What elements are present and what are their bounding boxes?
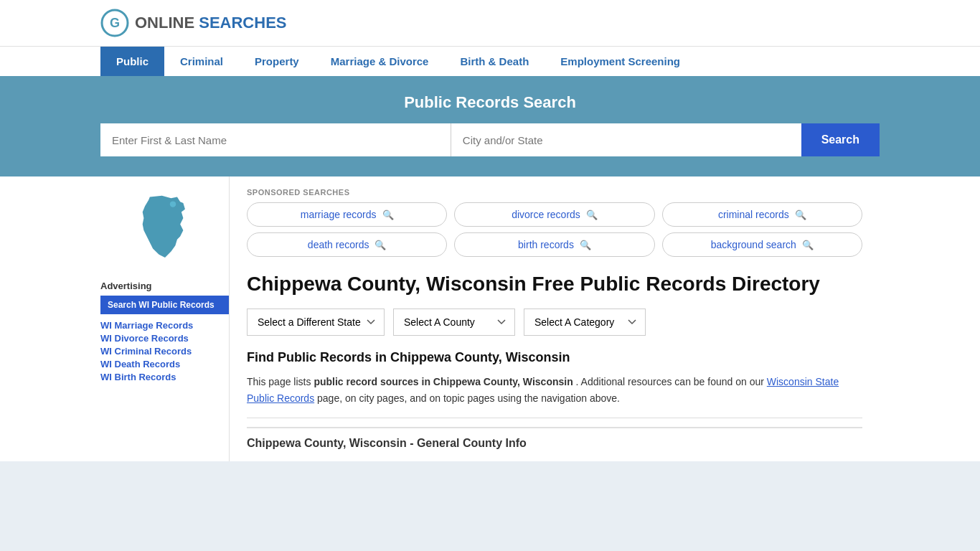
find-text-3: page, on city pages, and on topic pages … xyxy=(317,392,620,404)
search-tag-birth[interactable]: birth records 🔍 xyxy=(454,232,654,257)
state-map xyxy=(100,191,229,272)
search-tags-row-2: death records 🔍 birth records 🔍 backgrou… xyxy=(247,232,862,257)
search-icon-1: 🔍 xyxy=(382,209,394,220)
header: G ONLINE SEARCHES xyxy=(0,0,980,46)
sidebar-link-death[interactable]: WI Death Records xyxy=(100,359,229,369)
search-tag-divorce-label: divorce records xyxy=(512,209,580,220)
search-button[interactable]: Search xyxy=(801,123,880,156)
find-records-title: Find Public Records in Chippewa County, … xyxy=(247,350,862,365)
search-tag-background[interactable]: background search 🔍 xyxy=(662,232,862,257)
search-tags-row-1: marriage records 🔍 divorce records 🔍 cri… xyxy=(247,202,862,227)
search-icon-5: 🔍 xyxy=(580,240,591,250)
advertising-section: Advertising Search WI Public Records WI … xyxy=(100,281,229,382)
section-divider xyxy=(247,418,862,418)
location-search-input[interactable] xyxy=(451,123,801,156)
find-text-1: This page lists xyxy=(247,376,314,387)
sponsored-searches: SPONSORED SEARCHES marriage records 🔍 di… xyxy=(247,188,862,257)
main-content: Advertising Search WI Public Records WI … xyxy=(0,176,980,461)
sidebar: Advertising Search WI Public Records WI … xyxy=(100,176,230,461)
nav-item-employment[interactable]: Employment Screening xyxy=(545,47,696,76)
nav-item-property[interactable]: Property xyxy=(239,47,315,76)
nav-item-birth-death[interactable]: Birth & Death xyxy=(444,47,545,76)
search-tag-criminal-label: criminal records xyxy=(718,209,789,220)
main-nav: Public Criminal Property Marriage & Divo… xyxy=(0,46,980,76)
county-dropdown[interactable]: Select A County xyxy=(393,309,515,336)
find-records-text: This page lists public record sources in… xyxy=(247,374,862,406)
sidebar-link-birth[interactable]: WI Birth Records xyxy=(100,372,229,382)
page-title: Chippewa County, Wisconsin Free Public R… xyxy=(247,271,862,297)
search-tag-marriage-label: marriage records xyxy=(301,209,377,220)
search-icon-3: 🔍 xyxy=(795,209,806,220)
state-dropdown[interactable]: Select a Different State xyxy=(247,309,385,336)
search-tag-death[interactable]: death records 🔍 xyxy=(247,232,447,257)
svg-point-2 xyxy=(169,201,175,207)
logo-icon: G xyxy=(100,9,129,37)
search-banner-title: Public Records Search xyxy=(100,93,880,112)
search-tag-birth-label: birth records xyxy=(518,239,574,250)
search-form: Search xyxy=(100,123,880,156)
right-content: SPONSORED SEARCHES marriage records 🔍 di… xyxy=(230,176,880,461)
search-banner: Public Records Search Search xyxy=(0,76,980,176)
logo[interactable]: G ONLINE SEARCHES xyxy=(100,9,287,37)
search-icon-4: 🔍 xyxy=(374,240,386,250)
logo-searches-text: SEARCHES xyxy=(199,14,286,32)
search-tag-background-label: background search xyxy=(711,239,796,250)
search-tag-death-label: death records xyxy=(308,239,369,250)
state-shape-icon xyxy=(126,191,204,270)
find-text-2: . Additional resources can be found on o… xyxy=(576,376,767,387)
nav-item-marriage-divorce[interactable]: Marriage & Divorce xyxy=(315,47,445,76)
search-icon-2: 🔍 xyxy=(586,209,598,220)
sidebar-link-marriage[interactable]: WI Marriage Records xyxy=(100,320,229,331)
logo-online-text: ONLINE xyxy=(135,14,194,32)
nav-item-criminal[interactable]: Criminal xyxy=(164,47,239,76)
county-info-title: Chippewa County, Wisconsin - General Cou… xyxy=(247,427,862,450)
name-search-input[interactable] xyxy=(100,123,451,156)
find-text-bold: public record sources in Chippewa County… xyxy=(314,376,573,387)
svg-text:G: G xyxy=(110,16,120,30)
search-tag-marriage[interactable]: marriage records 🔍 xyxy=(247,202,447,227)
sidebar-link-criminal[interactable]: WI Criminal Records xyxy=(100,346,229,357)
search-icon-6: 🔍 xyxy=(802,240,814,250)
category-dropdown[interactable]: Select A Category xyxy=(524,309,646,336)
advertising-label: Advertising xyxy=(100,281,229,291)
search-tag-divorce[interactable]: divorce records 🔍 xyxy=(454,202,654,227)
nav-item-public[interactable]: Public xyxy=(100,47,164,76)
search-tag-criminal[interactable]: criminal records 🔍 xyxy=(662,202,862,227)
sponsored-label: SPONSORED SEARCHES xyxy=(247,188,862,197)
sidebar-link-divorce[interactable]: WI Divorce Records xyxy=(100,333,229,344)
sidebar-search-button[interactable]: Search WI Public Records xyxy=(100,296,229,314)
dropdowns-row: Select a Different State Select A County… xyxy=(247,309,862,336)
